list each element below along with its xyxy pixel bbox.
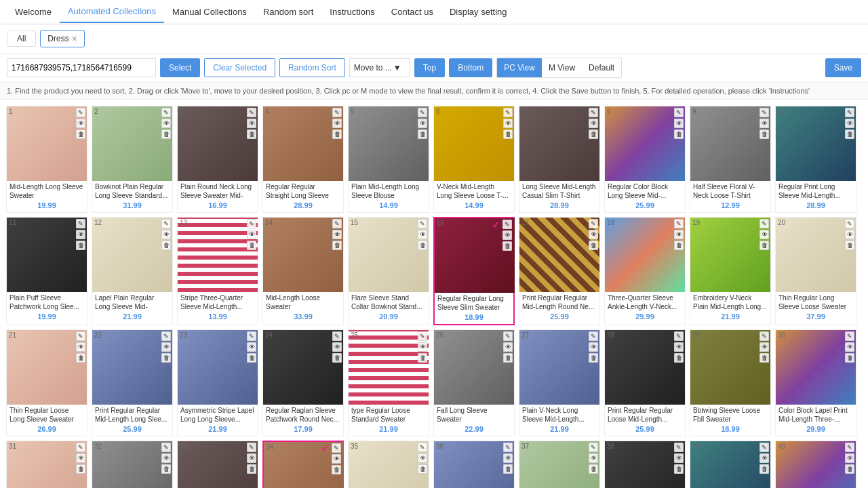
- select-button[interactable]: Select: [160, 58, 200, 77]
- card-delete-14[interactable]: 🗑: [332, 241, 342, 250]
- move-to-dropdown[interactable]: Move to ... ▼: [349, 58, 410, 77]
- save-button[interactable]: Save: [825, 58, 861, 77]
- product-card-34[interactable]: 34 ✓ ✎ 👁 🗑 Product 34 17.99: [262, 441, 344, 488]
- tab-dress-close[interactable]: ×: [72, 33, 77, 44]
- card-eye-26[interactable]: 👁: [503, 342, 513, 352]
- product-card-2[interactable]: 2 ✎ 👁 🗑 Bowknot Plain Regular Long Sleev…: [92, 106, 173, 213]
- card-edit-18[interactable]: ✎: [674, 219, 684, 228]
- card-edit-20[interactable]: ✎: [845, 219, 854, 228]
- product-card-19[interactable]: 19 ✎ 👁 🗑 Embroidery V-Neck Plain Mid-Len…: [690, 217, 771, 325]
- card-edit-36[interactable]: ✎: [503, 443, 513, 452]
- card-edit-23[interactable]: ✎: [247, 331, 256, 341]
- card-edit-12[interactable]: ✎: [161, 219, 171, 228]
- card-edit-38[interactable]: ✎: [674, 443, 684, 452]
- card-eye-40[interactable]: 👁: [845, 453, 854, 463]
- card-edit-29[interactable]: ✎: [760, 331, 769, 341]
- card-delete-17[interactable]: 🗑: [589, 241, 598, 250]
- card-eye-27[interactable]: 👁: [589, 342, 598, 352]
- product-card-15[interactable]: 15 ✎ 👁 🗑 Flare Sleeve Stand Collar Bowkn…: [348, 217, 429, 325]
- product-card-5[interactable]: 5 ✎ 👁 🗑 Plain Mid-Length Long Sleeve Blo…: [348, 106, 429, 213]
- card-eye-3[interactable]: 👁: [247, 119, 256, 128]
- card-delete-37[interactable]: 🗑: [589, 464, 598, 474]
- card-edit-2[interactable]: ✎: [161, 108, 171, 117]
- card-edit-14[interactable]: ✎: [332, 219, 342, 228]
- card-edit-19[interactable]: ✎: [760, 219, 769, 228]
- product-card-27[interactable]: 27 ✎ 👁 🗑 Plain V-Neck Long Sleeve Mid-Le…: [519, 329, 600, 436]
- card-eye-29[interactable]: 👁: [760, 342, 769, 352]
- card-eye-36[interactable]: 👁: [503, 453, 513, 463]
- product-card-26[interactable]: 26 ✎ 👁 🗑 Fall Long Sleeve Sweater 22.99: [433, 329, 515, 436]
- nav-display[interactable]: Display setting: [441, 1, 515, 22]
- card-delete-4[interactable]: 🗑: [332, 129, 342, 139]
- card-delete-8[interactable]: 🗑: [674, 129, 684, 139]
- card-eye-38[interactable]: 👁: [674, 453, 684, 463]
- card-delete-19[interactable]: 🗑: [760, 241, 769, 250]
- product-card-30[interactable]: 30 ✎ 👁 🗑 Color Block Lapel Print Mid-Len…: [775, 329, 856, 436]
- card-edit-30[interactable]: ✎: [845, 331, 854, 341]
- card-delete-30[interactable]: 🗑: [845, 353, 854, 363]
- card-delete-1[interactable]: 🗑: [76, 129, 85, 139]
- card-delete-5[interactable]: 🗑: [418, 129, 427, 139]
- product-card-35[interactable]: 35 ✎ 👁 🗑 Product 35 22.99: [348, 441, 429, 488]
- product-card-32[interactable]: 32 ✎ 👁 🗑 Product 32 19.99: [92, 441, 173, 488]
- card-edit-25[interactable]: ✎: [418, 331, 427, 341]
- card-delete-10[interactable]: 🗑: [845, 129, 854, 139]
- nav-random[interactable]: Random sort: [255, 1, 321, 22]
- bottom-button[interactable]: Bottom: [449, 58, 492, 77]
- card-eye-6[interactable]: 👁: [503, 119, 513, 128]
- product-card-13[interactable]: 13 ✎ 👁 🗑 Stripe Three-Quarter Sleeve Mid…: [177, 217, 258, 325]
- card-eye-34[interactable]: 👁: [332, 454, 341, 464]
- card-delete-40[interactable]: 🗑: [845, 464, 854, 474]
- product-card-1[interactable]: 1 ✎ 👁 🗑 Mid-Length Long Sleeve Sweater 1…: [6, 106, 87, 213]
- card-edit-32[interactable]: ✎: [161, 443, 171, 452]
- card-eye-7[interactable]: 👁: [589, 119, 598, 128]
- card-edit-22[interactable]: ✎: [161, 331, 171, 341]
- product-card-6[interactable]: 6 ✎ 👁 🗑 V-Neck Mid-Length Long Sleeve Lo…: [433, 106, 515, 213]
- card-eye-4[interactable]: 👁: [332, 119, 342, 128]
- card-edit-17[interactable]: ✎: [589, 219, 598, 228]
- card-eye-10[interactable]: 👁: [845, 119, 854, 128]
- product-card-40[interactable]: 40 ✎ 👁 🗑 Product 40 27.99: [775, 441, 856, 488]
- pc-view-button[interactable]: PC View: [497, 58, 542, 77]
- product-card-29[interactable]: 29 ✎ 👁 🗑 Bbtwing Sleeve Loose Fbll Sweat…: [690, 329, 771, 436]
- nav-automated[interactable]: Automated Collections: [60, 1, 164, 23]
- card-edit-13[interactable]: ✎: [247, 219, 256, 228]
- card-edit-8[interactable]: ✎: [674, 108, 684, 117]
- card-eye-14[interactable]: 👁: [332, 230, 342, 239]
- product-card-28[interactable]: 28 ✎ 👁 🗑 Print Regular Regular Loose Mid…: [604, 329, 686, 436]
- card-eye-21[interactable]: 👁: [76, 342, 85, 352]
- nav-contact[interactable]: Contact us: [383, 1, 441, 22]
- card-eye-11[interactable]: 👁: [76, 230, 85, 239]
- card-delete-7[interactable]: 🗑: [589, 129, 598, 139]
- card-eye-31[interactable]: 👁: [76, 453, 85, 463]
- product-id-input[interactable]: [7, 58, 156, 77]
- card-delete-24[interactable]: 🗑: [332, 353, 342, 363]
- product-card-4[interactable]: 4 ✎ 👁 🗑 Regular Regular Straight Long Sl…: [262, 106, 344, 213]
- tab-dress[interactable]: Dress ×: [40, 30, 85, 47]
- nav-manual[interactable]: Manual Collections: [164, 1, 255, 22]
- product-card-16[interactable]: 16 ✓ ✎ 👁 🗑 Regular Regular Long Sleeve S…: [433, 217, 515, 325]
- nav-instructions[interactable]: Instructions: [321, 1, 382, 22]
- card-delete-27[interactable]: 🗑: [589, 353, 598, 363]
- product-card-37[interactable]: 37 ✎ 👁 🗑 Product 37 20.99: [519, 441, 600, 488]
- card-edit-4[interactable]: ✎: [332, 108, 342, 117]
- product-card-20[interactable]: 20 ✎ 👁 🗑 Thin Regular Long Sleeve Loose …: [775, 217, 856, 325]
- nav-welcome[interactable]: Welcome: [7, 1, 60, 22]
- card-delete-28[interactable]: 🗑: [674, 353, 684, 363]
- m-view-button[interactable]: M View: [542, 58, 582, 77]
- product-card-21[interactable]: 21 ✎ 👁 🗑 Thin Regular Loose Long Sleeve …: [6, 329, 87, 436]
- card-delete-13[interactable]: 🗑: [247, 241, 256, 250]
- card-delete-31[interactable]: 🗑: [76, 464, 85, 474]
- card-edit-35[interactable]: ✎: [418, 443, 427, 452]
- card-edit-26[interactable]: ✎: [503, 331, 513, 341]
- card-eye-33[interactable]: 👁: [247, 453, 256, 463]
- card-edit-40[interactable]: ✎: [845, 443, 854, 452]
- card-eye-5[interactable]: 👁: [418, 119, 427, 128]
- card-eye-18[interactable]: 👁: [674, 230, 684, 239]
- card-eye-35[interactable]: 👁: [418, 453, 427, 463]
- card-delete-9[interactable]: 🗑: [760, 129, 769, 139]
- card-delete-25[interactable]: 🗑: [418, 353, 427, 363]
- card-edit-10[interactable]: ✎: [845, 108, 854, 117]
- card-edit-3[interactable]: ✎: [247, 108, 256, 117]
- card-delete-22[interactable]: 🗑: [161, 353, 171, 363]
